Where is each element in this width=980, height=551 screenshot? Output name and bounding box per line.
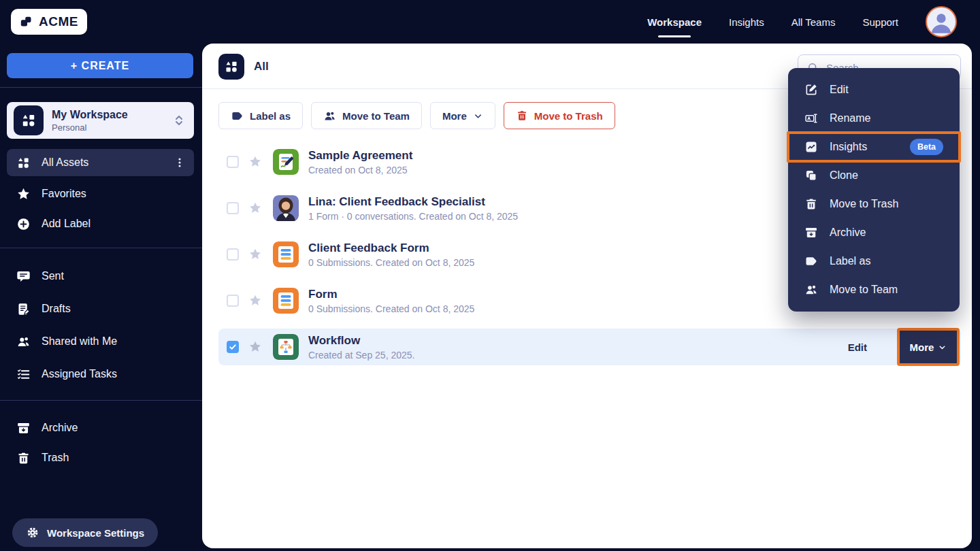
menu-item-archive[interactable]: Archive [788, 218, 960, 247]
star-icon[interactable] [248, 155, 262, 169]
divider [0, 87, 202, 88]
menu-item-move-to-team[interactable]: Move to Team [788, 276, 960, 304]
toolbar: Label as Move to Team More Move to Trash [218, 102, 615, 129]
sidebar-item-drafts[interactable]: Drafts [7, 295, 194, 322]
context-menu: Edit Rename Insights Beta Clone Move to … [788, 68, 960, 312]
insights-icon [804, 140, 818, 154]
asset-title[interactable]: Workflow [308, 334, 848, 348]
topbar: ACME Workspace Insights All Teams Suppor… [0, 0, 980, 44]
top-nav: Workspace Insights All Teams Support [647, 6, 966, 37]
nav-workspace[interactable]: Workspace [647, 12, 702, 32]
menu-item-edit[interactable]: Edit [788, 76, 960, 104]
check-icon [229, 343, 237, 351]
chevron-down-icon [938, 343, 947, 352]
archive-icon [16, 421, 31, 435]
sidebar-item-archive[interactable]: Archive [7, 414, 194, 441]
rename-icon [804, 112, 818, 125]
star-icon[interactable] [248, 201, 262, 215]
nav-all-teams[interactable]: All Teams [791, 12, 836, 32]
people-icon [323, 110, 336, 122]
row-edit-button[interactable]: Edit [848, 341, 867, 353]
row-checkbox[interactable] [227, 295, 239, 307]
gear-icon [26, 526, 39, 539]
all-assets-icon [218, 54, 244, 80]
row-more-button[interactable]: More [897, 328, 960, 366]
star-icon[interactable] [248, 248, 262, 261]
sidebar-item-assigned-tasks[interactable]: Assigned Tasks [7, 361, 194, 388]
nav-support[interactable]: Support [862, 12, 898, 32]
workspace-settings-button[interactable]: Workspace Settings [12, 518, 158, 547]
trash-icon [16, 451, 31, 465]
workspace-name: My Workspace [52, 109, 128, 121]
tag-icon [231, 110, 244, 122]
menu-item-label-as[interactable]: Label as [788, 247, 960, 276]
active-underline [658, 35, 691, 37]
move-to-trash-button[interactable]: Move to Trash [504, 102, 615, 129]
clone-icon [804, 169, 818, 182]
menu-item-clone[interactable]: Clone [788, 161, 960, 190]
trash-icon [804, 197, 818, 211]
star-icon [16, 187, 31, 201]
sidebar: + CREATE My Workspace Personal All Asset… [0, 44, 202, 551]
row-checkbox[interactable] [227, 248, 239, 261]
sidebar-item-sent[interactable]: Sent [7, 263, 194, 290]
divider [0, 248, 202, 248]
sidebar-item-trash[interactable]: Trash [7, 444, 194, 471]
row-checkbox-checked[interactable] [227, 341, 239, 353]
main-panel: All Label as Move to Team More Move to T… [202, 44, 972, 548]
sidebar-item-shared-with-me[interactable]: Shared with Me [7, 328, 194, 355]
tag-icon [804, 254, 818, 268]
chat-icon [16, 269, 31, 284]
people-icon [16, 335, 31, 349]
page-title: All [254, 60, 269, 73]
chevron-down-icon [473, 111, 483, 121]
sidebar-item-all-assets[interactable]: All Assets [7, 149, 194, 176]
people-icon [804, 283, 818, 297]
grid-shapes-icon [16, 156, 31, 170]
workflow-icon [273, 334, 299, 360]
create-button[interactable]: + CREATE [7, 53, 193, 78]
form-icon [273, 241, 299, 267]
move-to-team-button[interactable]: Move to Team [311, 102, 422, 129]
label-as-button[interactable]: Label as [218, 102, 303, 129]
person-icon [928, 8, 955, 35]
row-checkbox[interactable] [227, 156, 239, 168]
logo-squares-icon [20, 14, 35, 29]
draft-icon [16, 302, 31, 316]
asset-subtitle: Created at Sep 25, 2025. [308, 350, 848, 361]
plus-circle-icon [16, 217, 31, 231]
agent-photo [273, 195, 299, 221]
workspace-grid-icon [14, 105, 44, 135]
more-toolbar-button[interactable]: More [430, 102, 495, 129]
kebab-menu-icon[interactable] [175, 157, 184, 168]
archive-icon [804, 226, 818, 239]
chevron-updown-icon [174, 114, 184, 127]
sidebar-item-add-label[interactable]: Add Label [7, 210, 194, 237]
trash-icon [516, 110, 528, 122]
agreement-icon [273, 149, 299, 175]
sidebar-item-favorites[interactable]: Favorites [7, 180, 194, 207]
edit-icon [804, 83, 818, 97]
checklist-icon [16, 367, 31, 382]
acme-logo[interactable]: ACME [11, 9, 87, 35]
menu-item-insights[interactable]: Insights Beta [788, 133, 960, 161]
menu-item-move-to-trash[interactable]: Move to Trash [788, 190, 960, 218]
asset-row-workflow: Workflow Created at Sep 25, 2025. Edit M… [218, 329, 961, 365]
nav-insights[interactable]: Insights [729, 12, 764, 32]
divider [0, 400, 202, 401]
beta-badge: Beta [910, 139, 943, 155]
form-icon [273, 288, 299, 314]
logo-text: ACME [39, 14, 78, 29]
star-icon[interactable] [248, 294, 262, 307]
menu-item-rename[interactable]: Rename [788, 104, 960, 133]
workspace-type: Personal [52, 122, 128, 133]
row-checkbox[interactable] [227, 202, 239, 214]
user-avatar[interactable] [926, 6, 957, 37]
workspace-selector[interactable]: My Workspace Personal [7, 102, 194, 139]
star-icon[interactable] [248, 340, 262, 354]
